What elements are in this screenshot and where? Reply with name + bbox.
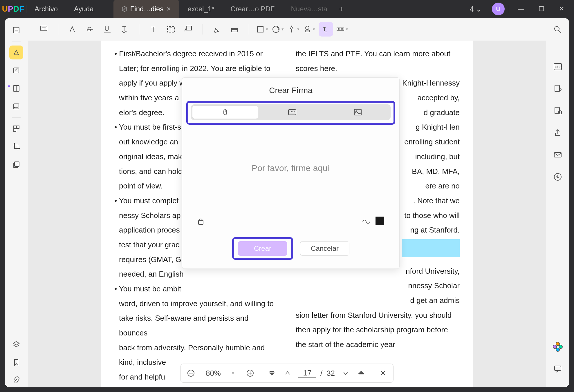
app-logo: UPDF <box>0 4 26 14</box>
sticker-dropdown[interactable]: ▼ <box>272 25 284 34</box>
mode-mouse-tab[interactable] <box>192 106 258 119</box>
create-button-highlight: Crear <box>232 237 293 260</box>
svg-point-56 <box>556 348 559 351</box>
underline-icon[interactable]: U <box>100 22 115 37</box>
highlight-icon[interactable] <box>9 46 23 59</box>
accent-dot <box>8 85 10 87</box>
pages-icon[interactable] <box>9 81 23 95</box>
edit-icon[interactable] <box>9 63 23 77</box>
svg-rect-9 <box>15 107 18 108</box>
stroke-style-icon[interactable] <box>362 218 370 224</box>
svg-rect-10 <box>13 126 16 128</box>
left-sidebar <box>5 18 28 387</box>
mail-icon[interactable] <box>551 148 564 161</box>
canvas-placeholder: Por favor, firme aquí <box>252 163 330 173</box>
thumbnails-icon[interactable] <box>9 122 23 136</box>
next-page-icon[interactable] <box>341 370 351 376</box>
signature-icon[interactable] <box>319 22 333 37</box>
toolbar: S U T T T ▼ ▼ ▼ ▼ ▼ <box>28 18 546 41</box>
attachment-icon[interactable] <box>9 373 23 387</box>
tab-item[interactable]: excel_1* <box>179 0 222 18</box>
svg-rect-61 <box>288 110 296 115</box>
create-button[interactable]: Crear <box>238 241 287 256</box>
layers-icon[interactable] <box>9 337 23 351</box>
mode-keyboard-tab[interactable] <box>259 104 325 120</box>
comment-icon[interactable] <box>37 22 51 37</box>
bottom-bar: 80% ▼ 17 / 32 ✕ <box>180 364 394 383</box>
shape-dropdown[interactable]: ▼ <box>256 25 269 34</box>
page-indicator: 17 / 32 <box>298 369 335 378</box>
ocr-icon[interactable]: OCR <box>551 60 564 73</box>
textbox-icon[interactable]: T <box>164 22 178 37</box>
svg-rect-67 <box>354 109 361 115</box>
avatar[interactable]: U <box>492 3 505 15</box>
mode-tabs <box>191 104 391 120</box>
measure-dropdown[interactable]: ▼ <box>336 25 349 34</box>
stamp-dropdown[interactable]: ▼ <box>303 25 316 34</box>
cancel-button[interactable]: Cancelar <box>300 241 349 256</box>
layers-copy-icon[interactable] <box>9 158 23 172</box>
text-icon[interactable]: T <box>146 22 161 37</box>
lock-doc-icon[interactable] <box>551 104 564 117</box>
export-icon[interactable] <box>551 82 564 95</box>
first-page-icon[interactable] <box>267 370 277 376</box>
close-bar-icon[interactable]: ✕ <box>378 369 388 378</box>
svg-rect-12 <box>13 129 16 132</box>
close-icon[interactable]: ✕ <box>166 6 171 12</box>
bookmark-icon[interactable] <box>9 355 23 369</box>
lock-icon[interactable] <box>197 217 204 225</box>
pencil-icon[interactable] <box>210 22 224 37</box>
last-page-icon[interactable] <box>356 370 366 376</box>
form-icon[interactable] <box>9 99 23 113</box>
chevron-down-icon: ⌄ <box>476 5 482 14</box>
pin-dropdown[interactable]: ▼ <box>287 25 300 34</box>
tab-label: Nueva…sta <box>291 5 327 13</box>
create-signature-modal: Crear Firma Por favor, firme aquí Crear … <box>182 77 400 269</box>
svg-line-1 <box>123 7 126 11</box>
svg-rect-11 <box>17 126 19 128</box>
mouse-icon <box>221 108 229 116</box>
tab-item[interactable]: Crear…o PDF <box>222 0 283 18</box>
zoom-in-icon[interactable] <box>245 369 255 377</box>
tab-label: excel_1* <box>187 5 214 13</box>
maximize-icon[interactable]: ☐ <box>539 5 544 13</box>
reader-icon[interactable] <box>9 23 23 37</box>
menu-file[interactable]: Archivo <box>26 5 66 13</box>
share-icon[interactable] <box>551 126 564 139</box>
color-swatch[interactable] <box>376 217 384 225</box>
modal-buttons: Crear Cancelar <box>232 230 349 268</box>
svg-rect-29 <box>257 26 263 32</box>
close-icon[interactable]: ✕ <box>559 5 564 13</box>
highlighter-icon[interactable] <box>65 22 80 37</box>
add-tab-button[interactable]: + <box>335 4 347 14</box>
squiggly-icon[interactable]: T <box>118 22 132 37</box>
flower-icon[interactable] <box>551 340 564 353</box>
page-current[interactable]: 17 <box>298 369 316 378</box>
tab-active[interactable]: Find…dies ✕ <box>113 0 180 18</box>
page-sep: / <box>320 369 322 378</box>
tab-count[interactable]: 4 ⌄ <box>470 5 488 14</box>
svg-rect-52 <box>554 153 561 157</box>
zoom-dropdown[interactable]: ▼ <box>231 371 239 376</box>
tab-item[interactable]: Nueva…sta <box>283 0 335 18</box>
crop-icon[interactable] <box>9 140 23 154</box>
prev-page-icon[interactable] <box>283 370 293 376</box>
eraser-icon[interactable] <box>227 22 242 37</box>
chat-icon[interactable] <box>551 362 564 375</box>
svg-text:OCR: OCR <box>555 65 562 69</box>
strikethrough-icon[interactable]: S <box>83 22 97 37</box>
svg-text:T: T <box>122 25 126 32</box>
callout-icon[interactable] <box>181 22 196 37</box>
minimize-icon[interactable]: — <box>518 5 524 13</box>
menu-help[interactable]: Ayuda <box>66 5 102 13</box>
mode-image-tab[interactable] <box>325 104 391 120</box>
right-sidebar: OCR <box>546 18 569 387</box>
svg-rect-26 <box>186 26 192 30</box>
zoom-value: 80% <box>202 369 225 378</box>
zoom-out-icon[interactable] <box>186 369 196 377</box>
signature-canvas[interactable]: Por favor, firme aquí <box>195 125 387 212</box>
save-icon[interactable] <box>551 170 564 183</box>
search-icon[interactable] <box>551 23 564 36</box>
svg-point-57 <box>553 345 557 349</box>
svg-point-31 <box>306 26 309 30</box>
